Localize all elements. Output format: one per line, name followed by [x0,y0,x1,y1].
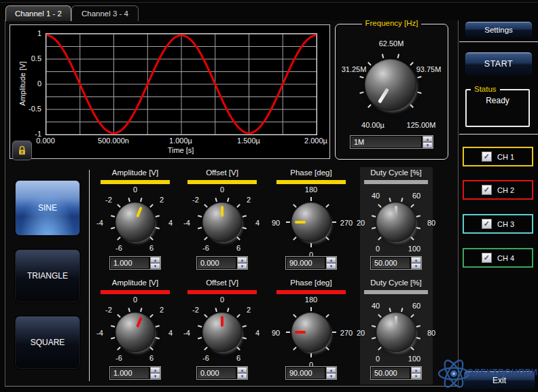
settings-button[interactable]: Settings [465,21,533,38]
duty-accent-bar [364,180,428,184]
ch2-offset-input[interactable]: 0.000 [197,367,236,379]
ch4-enable[interactable]: ✓ CH 4 [463,248,533,268]
sine-button[interactable]: SINE [15,180,80,236]
atom-logo-icon [435,355,472,392]
tab-channel-3-4[interactable]: Channel 3 - 4 [71,5,139,21]
exit-button[interactable]: Exit [463,370,535,390]
ch2-amplitude-block: Amplitude [V] 0 -2 2 -4 4 -6 6 1.000 ▲▼ [94,279,176,370]
ch2-accent-bar [276,290,346,294]
frequency-knob[interactable] [365,59,416,111]
scale-label: 4 [168,329,173,337]
knob-title: Phase [deg] [270,168,352,178]
ch1-offset-input[interactable]: 0.000 [197,257,236,269]
plot-area [46,33,317,135]
spinner-down-icon[interactable]: ▼ [237,373,247,379]
ch1-amplitude-input[interactable]: 1.000 [110,257,149,269]
ch2-accent-bar [187,290,257,294]
scale-label: 4 [255,329,259,337]
ch2-offset-knob[interactable] [202,313,242,352]
spinner-up-icon[interactable]: ▲ [411,367,421,373]
ch2-duty-input-group: 50.000 ▲▼ [370,366,422,380]
scale-label: -6 [202,354,209,362]
ch2-duty-cycle-knob[interactable] [376,313,416,352]
ch1-duty-block: Duty Cycle [%] 40 60 20 80 0 100 50.000 … [359,168,433,260]
spinner-down-icon[interactable]: ▼ [423,142,433,148]
spinner-down-icon[interactable]: ▼ [150,263,160,269]
scale-label: 40 [372,192,380,200]
spinner-up-icon[interactable]: ▲ [237,367,247,373]
scale-label: 180 [305,185,317,194]
ch1-phase-input[interactable]: 90.000 [286,257,325,269]
ch4-checkbox[interactable]: ✓ [482,253,492,263]
scale-label: -2 [105,196,112,204]
ch2-duty-input[interactable]: 50.000 [371,367,410,379]
spinner-up-icon[interactable]: ▲ [150,257,160,263]
y-tick: 0 [14,79,41,88]
spinner-up-icon[interactable]: ▲ [150,367,160,373]
scale-label: 2 [247,306,251,314]
scale-label: -4 [183,329,190,337]
ch2-phase-block: Phase [deg] 180 90 270 0 90.000 ▲▼ [270,279,352,370]
spinner-down-icon[interactable]: ▼ [326,373,336,379]
spinner-down-icon[interactable]: ▼ [237,263,247,269]
ch1-phase-knob[interactable] [291,202,331,242]
y-tick: 0.5 [14,54,41,63]
triangle-button[interactable]: TRIANGLE [15,249,80,302]
ch1-phase-block: Phase [deg] 180 90 270 0 90.000 ▲▼ [270,168,352,260]
start-button[interactable]: START [465,52,533,76]
duty-accent-bar [364,290,428,294]
spinner-up-icon[interactable]: ▲ [237,257,247,263]
freq-scale-upper-left: 31.25M [342,65,367,73]
ch1-enable[interactable]: ✓ CH 1 [463,147,533,166]
ch2-phase-knob[interactable] [291,313,331,352]
knob-title: Amplitude [V] [94,168,176,178]
spinner-down-icon[interactable]: ▼ [326,263,336,269]
ch1-duty-input[interactable]: 50.000 [371,257,410,269]
scale-label: 80 [427,219,435,227]
square-button[interactable]: SQUARE [15,316,80,369]
knob-title: Amplitude [V] [94,279,176,288]
ch3-enable[interactable]: ✓ CH 3 [463,214,533,234]
knob-pointer [376,313,416,352]
spinner-up-icon[interactable]: ▲ [423,136,433,142]
knob-pointer [291,202,331,242]
spinner-down-icon[interactable]: ▼ [411,263,421,269]
ch2-checkbox[interactable]: ✓ [482,185,492,195]
tab-channel-1-2[interactable]: Channel 1 - 2 [5,5,71,21]
scale-label: -6 [115,244,122,252]
scale-label: -2 [192,306,199,314]
knob-pointer [291,313,331,352]
window-top-divider [0,2,538,3]
knob-pointer [202,313,242,352]
ch2-offset-block: Offset [V] 0 -2 2 -4 4 -6 6 0.000 ▲▼ [181,279,263,370]
ch1-amplitude-knob[interactable] [115,202,155,242]
ch2-label: CH 2 [497,186,514,194]
spinner-up-icon[interactable]: ▲ [411,257,421,263]
waveform-graph: Amplitude [V] 1 0.5 0 -0.5 -1 0.000 500.… [10,24,330,159]
scale-label: -2 [105,306,112,314]
scale-label: 2 [160,306,164,314]
ch1-duty-cycle-knob[interactable] [376,202,416,242]
knob-pointer [202,202,242,242]
ch1-offset-knob[interactable] [202,202,242,242]
scale-label: 0 [220,185,224,194]
status-frame: Status Ready [465,89,530,127]
scale-label: -2 [192,196,199,204]
graph-lock-button[interactable] [12,141,32,160]
frequency-input[interactable]: 1M [351,136,422,148]
ch3-checkbox[interactable]: ✓ [482,219,492,229]
scale-label: 40 [372,302,380,310]
spinner-down-icon[interactable]: ▼ [411,373,421,379]
knob-title: Offset [V] [181,168,263,178]
ch2-amplitude-input[interactable]: 1.000 [110,367,149,379]
right-panel-divider [459,41,538,42]
knob-title: Offset [V] [181,279,263,288]
ch2-amplitude-knob[interactable] [115,313,155,352]
spinner-down-icon[interactable]: ▼ [150,373,160,379]
ch2-phase-input[interactable]: 90.000 [286,367,325,379]
scale-label: 90 [272,219,280,227]
ch1-checkbox[interactable]: ✓ [482,152,492,162]
spinner-up-icon[interactable]: ▲ [326,257,336,263]
spinner-up-icon[interactable]: ▲ [326,367,336,373]
ch2-enable[interactable]: ✓ CH 2 [463,180,533,200]
